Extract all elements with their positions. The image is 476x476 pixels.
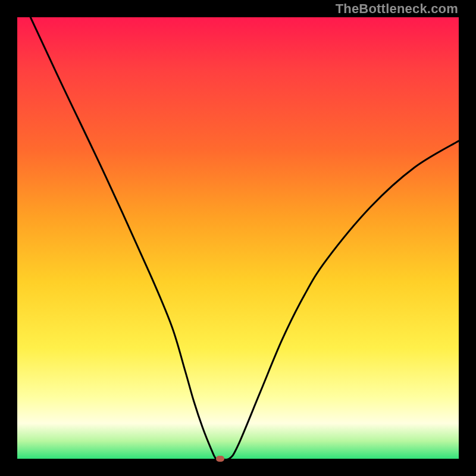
watermark-text: TheBottleneck.com [336,1,458,17]
optimal-marker [216,456,224,462]
curve-svg [17,17,459,459]
plot-area [17,17,459,459]
chart-frame: TheBottleneck.com [0,0,476,476]
bottleneck-curve [30,17,459,459]
